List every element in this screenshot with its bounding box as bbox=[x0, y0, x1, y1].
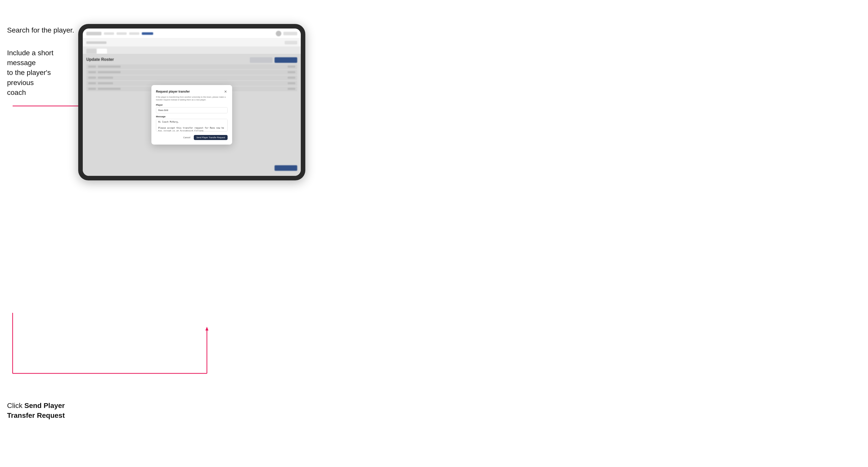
header-avatar bbox=[276, 31, 281, 36]
app-subheader bbox=[83, 39, 301, 47]
svg-marker-5 bbox=[206, 327, 209, 331]
breadcrumb-action bbox=[285, 41, 297, 44]
app-header bbox=[83, 29, 301, 39]
cancel-button[interactable]: Cancel bbox=[182, 135, 192, 140]
modal-header: Request player transfer ✕ bbox=[156, 90, 227, 94]
tab-2 bbox=[97, 49, 107, 54]
modal-footer: Cancel Send Player Transfer Request bbox=[156, 135, 227, 140]
annotation-area: Search for the player. Include a short m… bbox=[0, 0, 78, 467]
tablet-screen: Update Roster bbox=[83, 29, 301, 176]
modal-title: Request player transfer bbox=[156, 90, 190, 93]
click-bold-text: Send Player Transfer Request bbox=[7, 402, 65, 419]
message-label: Message bbox=[156, 115, 227, 118]
nav-item-3 bbox=[129, 32, 139, 35]
nav-item-2 bbox=[117, 32, 127, 35]
tab-1 bbox=[86, 49, 96, 54]
annotation-click: Click Send Player Transfer Request bbox=[7, 401, 73, 420]
app-logo bbox=[86, 32, 101, 35]
header-right bbox=[276, 31, 297, 36]
breadcrumb-item bbox=[86, 41, 106, 44]
tablet-outer: Update Roster bbox=[78, 24, 305, 180]
message-textarea[interactable]: Hi Coach McHarg, Please accept this tran… bbox=[156, 119, 227, 131]
modal-overlay: Request player transfer ✕ If the player … bbox=[83, 54, 301, 176]
nav-item-1 bbox=[104, 32, 114, 35]
annotation-search: Search for the player. bbox=[7, 25, 74, 35]
send-transfer-button[interactable]: Send Player Transfer Request bbox=[194, 135, 227, 140]
player-input[interactable] bbox=[156, 107, 227, 113]
player-label: Player bbox=[156, 104, 227, 106]
request-transfer-modal: Request player transfer ✕ If the player … bbox=[151, 85, 232, 145]
modal-description: If the player is transferring from anoth… bbox=[156, 96, 227, 101]
app-tabs bbox=[83, 47, 301, 54]
modal-close-button[interactable]: ✕ bbox=[223, 90, 227, 94]
annotation-message: Include a short messageto the player's p… bbox=[7, 48, 73, 97]
header-btn bbox=[283, 32, 297, 35]
search-text: Search for the player. bbox=[7, 26, 74, 34]
nav-item-active bbox=[142, 32, 153, 35]
tablet-container: Update Roster bbox=[78, 24, 305, 180]
